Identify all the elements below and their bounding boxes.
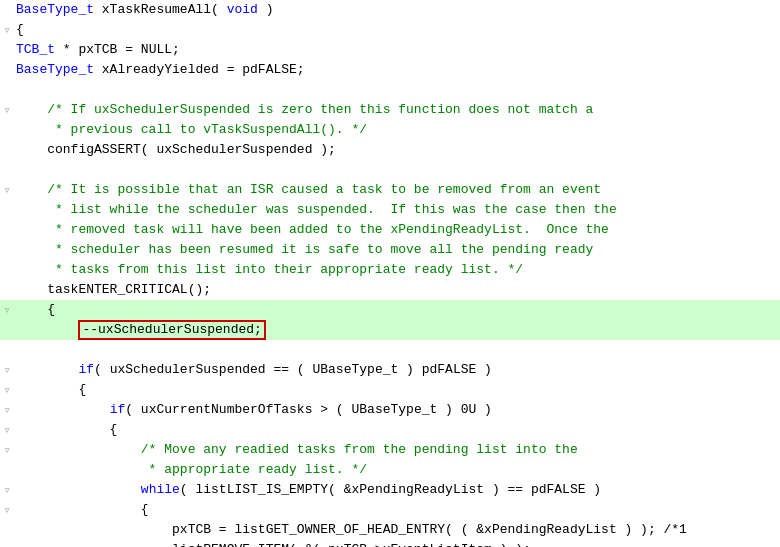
token-normal: { xyxy=(16,382,86,397)
code-line: ▿ if( uxCurrentNumberOfTasks > ( UBaseTy… xyxy=(0,400,780,420)
token-normal xyxy=(16,402,110,417)
line-content: BaseType_t xTaskResumeAll( void ) xyxy=(14,0,780,20)
code-lines: BaseType_t xTaskResumeAll( void )▿{TCB_t… xyxy=(0,0,780,547)
line-content: * previous call to vTaskSuspendAll(). */ xyxy=(14,120,780,140)
code-line: * appropriate ready list. */ xyxy=(0,460,780,480)
code-line: listREMOVE_ITEM( &( pxTCB->xEventListIte… xyxy=(0,540,780,547)
code-line: --uxSchedulerSuspended; xyxy=(0,320,780,340)
line-content: /* Move any readied tasks from the pendi… xyxy=(14,440,780,460)
token-comment: * scheduler has been resumed it is safe … xyxy=(16,242,593,257)
line-content xyxy=(14,160,780,180)
code-line: BaseType_t xTaskResumeAll( void ) xyxy=(0,0,780,20)
line-content xyxy=(14,340,780,360)
line-content: /* It is possible that an ISR caused a t… xyxy=(14,180,780,200)
fold-indicator xyxy=(0,240,14,260)
code-line: ▿ /* Move any readied tasks from the pen… xyxy=(0,440,780,460)
line-content: { xyxy=(14,380,780,400)
fold-indicator xyxy=(0,280,14,300)
token-normal: { xyxy=(16,422,117,437)
token-normal: xTaskResumeAll( xyxy=(94,2,227,17)
line-content xyxy=(14,80,780,100)
fold-indicator xyxy=(0,160,14,180)
token-comment: /* If uxSchedulerSuspended is zero then … xyxy=(16,102,593,117)
code-line: pxTCB = listGET_OWNER_OF_HEAD_ENTRY( ( &… xyxy=(0,520,780,540)
fold-indicator[interactable]: ▿ xyxy=(0,400,14,420)
code-line: ▿ { xyxy=(0,380,780,400)
token-normal: configASSERT( uxSchedulerSuspended ); xyxy=(16,142,336,157)
token-comment: * list while the scheduler was suspended… xyxy=(16,202,617,217)
token-normal: { xyxy=(16,302,55,317)
token-comment: * previous call to vTaskSuspendAll(). */ xyxy=(16,122,367,137)
fold-indicator xyxy=(0,220,14,240)
fold-indicator[interactable]: ▿ xyxy=(0,500,14,520)
line-content: BaseType_t xAlreadyYielded = pdFALSE; xyxy=(14,60,780,80)
fold-indicator[interactable]: ▿ xyxy=(0,380,14,400)
token-comment: * tasks from this list into their approp… xyxy=(16,262,523,277)
token-normal: ) xyxy=(258,2,274,17)
code-line: TCB_t * pxTCB = NULL; xyxy=(0,40,780,60)
code-line: ▿ /* It is possible that an ISR caused a… xyxy=(0,180,780,200)
token-kw: if xyxy=(78,362,94,377)
fold-indicator[interactable]: ▿ xyxy=(0,300,14,320)
code-line: * tasks from this list into their approp… xyxy=(0,260,780,280)
token-normal: { xyxy=(16,502,149,517)
fold-indicator xyxy=(0,540,14,547)
token-normal: ( uxCurrentNumberOfTasks > ( UBaseType_t… xyxy=(125,402,492,417)
code-line: ▿ { xyxy=(0,500,780,520)
code-line: * scheduler has been resumed it is safe … xyxy=(0,240,780,260)
code-line xyxy=(0,160,780,180)
line-content: * tasks from this list into their approp… xyxy=(14,260,780,280)
token-comment: * removed task will have been added to t… xyxy=(16,222,609,237)
token-kw: while xyxy=(141,482,180,497)
code-line: taskENTER_CRITICAL(); xyxy=(0,280,780,300)
fold-indicator xyxy=(0,0,14,20)
fold-indicator xyxy=(0,40,14,60)
token-normal xyxy=(16,362,78,377)
line-content: { xyxy=(14,20,780,40)
fold-indicator[interactable]: ▿ xyxy=(0,480,14,500)
token-normal xyxy=(16,482,141,497)
code-line: ▿ if( uxSchedulerSuspended == ( UBaseTyp… xyxy=(0,360,780,380)
fold-indicator xyxy=(0,80,14,100)
fold-indicator xyxy=(0,340,14,360)
line-content: { xyxy=(14,300,780,320)
token-normal: * pxTCB = NULL; xyxy=(55,42,180,57)
token-kw: void xyxy=(227,2,258,17)
code-line: * list while the scheduler was suspended… xyxy=(0,200,780,220)
fold-indicator[interactable]: ▿ xyxy=(0,20,14,40)
token-comment: /* It is possible that an ISR caused a t… xyxy=(16,182,601,197)
code-editor: BaseType_t xTaskResumeAll( void )▿{TCB_t… xyxy=(0,0,780,547)
fold-indicator[interactable]: ▿ xyxy=(0,420,14,440)
line-content: configASSERT( uxSchedulerSuspended ); xyxy=(14,140,780,160)
token-kw: if xyxy=(110,402,126,417)
code-line xyxy=(0,80,780,100)
fold-indicator xyxy=(0,60,14,80)
code-line: ▿ while( listLIST_IS_EMPTY( &xPendingRea… xyxy=(0,480,780,500)
code-line: ▿{ xyxy=(0,20,780,40)
line-content: * scheduler has been resumed it is safe … xyxy=(14,240,780,260)
token-normal: ( listLIST_IS_EMPTY( &xPendingReadyList … xyxy=(180,482,601,497)
line-content: * appropriate ready list. */ xyxy=(14,460,780,480)
token-comment: * appropriate ready list. */ xyxy=(16,462,367,477)
code-line: ▿ { xyxy=(0,420,780,440)
fold-indicator xyxy=(0,260,14,280)
fold-indicator xyxy=(0,140,14,160)
fold-indicator[interactable]: ▿ xyxy=(0,440,14,460)
line-content: pxTCB = listGET_OWNER_OF_HEAD_ENTRY( ( &… xyxy=(14,520,780,540)
token-normal: pxTCB = listGET_OWNER_OF_HEAD_ENTRY( ( &… xyxy=(16,522,687,537)
fold-indicator[interactable]: ▿ xyxy=(0,360,14,380)
code-line xyxy=(0,340,780,360)
line-content: TCB_t * pxTCB = NULL; xyxy=(14,40,780,60)
line-content: { xyxy=(14,420,780,440)
line-content: if( uxSchedulerSuspended == ( UBaseType_… xyxy=(14,360,780,380)
token-type: TCB_t xyxy=(16,42,55,57)
line-content: * removed task will have been added to t… xyxy=(14,220,780,240)
code-line: ▿ /* If uxSchedulerSuspended is zero the… xyxy=(0,100,780,120)
token-normal: listREMOVE_ITEM( &( pxTCB->xEventListIte… xyxy=(16,542,531,547)
token-comment: /* Move any readied tasks from the pendi… xyxy=(16,442,578,457)
fold-indicator[interactable]: ▿ xyxy=(0,180,14,200)
fold-indicator xyxy=(0,200,14,220)
token-normal: { xyxy=(16,22,24,37)
fold-indicator[interactable]: ▿ xyxy=(0,100,14,120)
line-content: if( uxCurrentNumberOfTasks > ( UBaseType… xyxy=(14,400,780,420)
